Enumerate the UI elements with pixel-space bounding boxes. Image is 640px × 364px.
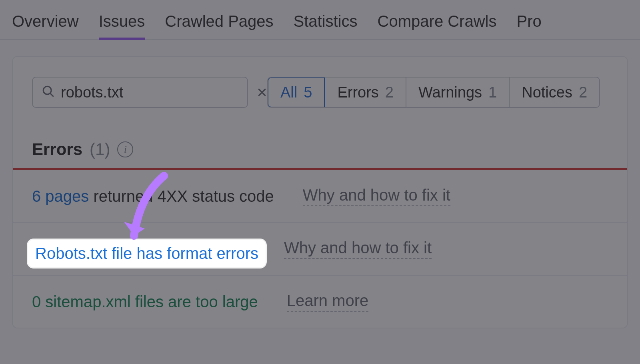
svg-line-1 xyxy=(50,93,54,97)
tab-statistics[interactable]: Statistics xyxy=(294,12,358,39)
filter-count: 1 xyxy=(488,84,497,101)
section-header: Errors (1) i xyxy=(13,124,627,168)
filter-count: 2 xyxy=(385,84,394,101)
toolbar: All 5 Errors 2 Warnings 1 Notices 2 xyxy=(13,57,627,124)
search-icon xyxy=(42,85,55,100)
filter-notices[interactable]: Notices 2 xyxy=(510,78,599,107)
tab-crawled-pages[interactable]: Crawled Pages xyxy=(165,12,273,39)
search-box[interactable] xyxy=(32,77,248,108)
help-link[interactable]: Learn more xyxy=(287,292,369,312)
section-title: Errors xyxy=(32,140,82,159)
issues-panel: All 5 Errors 2 Warnings 1 Notices 2 Erro… xyxy=(12,56,628,328)
tabs: Overview Issues Crawled Pages Statistics… xyxy=(0,0,640,40)
filter-count: 2 xyxy=(579,84,587,101)
tab-overview[interactable]: Overview xyxy=(12,12,79,39)
search-input[interactable] xyxy=(55,84,256,101)
clear-icon[interactable] xyxy=(256,86,268,98)
info-icon[interactable]: i xyxy=(117,141,133,157)
tab-issues[interactable]: Issues xyxy=(99,12,145,39)
filter-bar: All 5 Errors 2 Warnings 1 Notices 2 xyxy=(267,77,600,108)
issue-title[interactable]: 6 pages returned 4XX status code xyxy=(32,187,274,205)
issue-text: returned 4XX status code xyxy=(89,187,274,205)
issue-link[interactable]: 0 sitemap.xml files are too large xyxy=(32,293,258,311)
tab-progress[interactable]: Pro xyxy=(516,12,541,39)
filter-all[interactable]: All 5 xyxy=(267,77,325,108)
filter-label: Warnings xyxy=(418,84,482,101)
filter-label: Errors xyxy=(337,84,378,101)
filter-count: 5 xyxy=(304,84,312,101)
filter-label: All xyxy=(280,84,297,101)
issue-row: 6 pages returned 4XX status code Why and… xyxy=(13,170,627,223)
help-link[interactable]: Why and how to fix it xyxy=(284,239,432,259)
filter-warnings[interactable]: Warnings 1 xyxy=(406,78,510,107)
section-count: (1) xyxy=(90,140,110,159)
highlight-callout[interactable]: Robots.txt file has format errors xyxy=(28,240,266,267)
help-link[interactable]: Why and how to fix it xyxy=(303,186,450,206)
tab-compare-crawls[interactable]: Compare Crawls xyxy=(378,12,497,39)
svg-point-0 xyxy=(43,86,51,94)
filter-label: Notices xyxy=(522,84,572,101)
filter-errors[interactable]: Errors 2 xyxy=(325,78,406,107)
issue-row: 0 sitemap.xml files are too large Learn … xyxy=(13,276,627,328)
issue-link[interactable]: 6 pages xyxy=(32,187,89,205)
